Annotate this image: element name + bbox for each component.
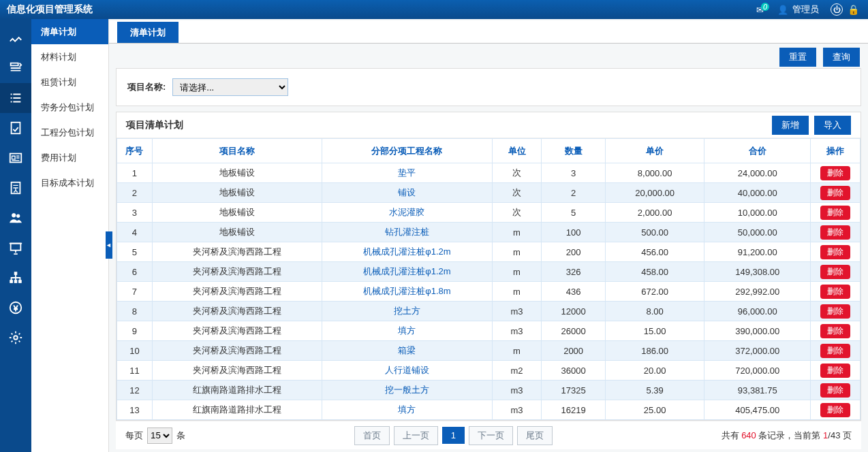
tab-strip: 清单计划 [109,20,868,44]
page-last[interactable]: 尾页 [517,426,553,445]
cell: 100 [542,223,606,242]
rail-doc-arrow-icon[interactable] [0,173,31,203]
subnav-item[interactable]: 费用计划 [31,145,108,170]
mail-badge: 0 [761,3,769,11]
rail-doc-check-icon[interactable] [0,113,31,143]
rail-users-icon[interactable] [0,203,31,233]
delete-button[interactable]: 删除 [820,225,850,240]
delete-button[interactable]: 删除 [820,383,850,398]
page-next[interactable]: 下一页 [469,426,513,445]
svg-rect-7 [10,280,13,283]
cell: 红旗南路道路排水工程 [152,381,322,400]
delete-button[interactable]: 删除 [820,186,850,200]
table-row: 12红旗南路道路排水工程挖一般土方m3173255.3993,381.75删除 [117,381,861,400]
delete-button[interactable]: 删除 [820,166,850,180]
cell: 夹河桥及滨海西路工程 [152,341,322,361]
rail-yen-icon[interactable]: ¥ [0,293,31,323]
cell[interactable]: 钻孔灌注桩 [322,223,492,242]
lock-icon[interactable]: 🔒 [847,3,859,16]
import-button[interactable]: 导入 [814,116,851,135]
svg-point-4 [16,214,20,218]
cell: m2 [492,361,542,381]
delete-button[interactable]: 删除 [820,245,850,259]
page-first[interactable]: 首页 [354,426,390,445]
delete-button[interactable]: 删除 [820,364,850,378]
cell[interactable]: 挖土方 [322,302,492,321]
mail-icon[interactable]: ✉0 [756,5,769,15]
table-row: 4地板铺设钻孔灌注桩m100500.0050,000.00删除 [117,223,861,242]
cell: 次 [492,163,542,183]
project-name-select[interactable]: 请选择... [172,78,288,96]
user-icon[interactable]: 👤 [777,5,788,15]
page-prev[interactable]: 上一页 [394,426,438,445]
cell[interactable]: 机械成孔灌注桩φ1.2m [322,262,492,282]
delete-button[interactable]: 删除 [820,304,850,319]
cell: m [492,223,542,242]
table-row: 3地板铺设水泥灌胶次52,000.0010,000.00删除 [117,203,861,223]
power-icon[interactable]: ⏻ [831,3,843,16]
rail-presentation-icon[interactable] [0,233,31,263]
table-row: 8夹河桥及滨海西路工程挖土方m3120008.0096,000.00删除 [117,302,861,321]
rail-dashboard-icon[interactable] [0,23,31,53]
cell: 292,992.00 [704,282,811,302]
cell[interactable]: 机械成孔灌注桩φ1.2m [322,242,492,262]
table-row: 6夹河桥及滨海西路工程机械成孔灌注桩φ1.2mm326458.00149,308… [117,262,861,282]
delete-button[interactable]: 删除 [820,324,850,338]
cell: 夹河桥及滨海西路工程 [152,282,322,302]
delete-button[interactable]: 删除 [820,265,850,279]
rail-edit-icon[interactable] [0,53,31,83]
page-current[interactable]: 1 [442,427,465,444]
cell: m [492,242,542,262]
cell: 186.00 [605,341,704,361]
cell: 720,000.00 [704,361,811,381]
subnav-item[interactable]: 目标成本计划 [31,170,108,195]
cell: 5 [542,203,606,223]
tab-active[interactable]: 清单计划 [117,22,179,43]
rail-gear-icon[interactable] [0,323,31,353]
col-header: 数量 [542,139,606,163]
rail-news-icon[interactable] [0,143,31,173]
cell: m [492,282,542,302]
cell[interactable]: 水泥灌胶 [322,203,492,223]
add-button[interactable]: 新增 [772,116,809,135]
delete-button[interactable]: 删除 [820,206,850,220]
query-button[interactable]: 查询 [823,48,860,67]
cell[interactable]: 挖一般土方 [322,381,492,400]
cell[interactable]: 填方 [322,321,492,341]
delete-button[interactable]: 删除 [820,403,850,417]
subnav-item[interactable]: 清单计划 [31,19,108,44]
cell: 8 [117,302,153,321]
user-label[interactable]: 管理员 [792,3,819,16]
cell[interactable]: 铺设 [322,183,492,203]
pager: 每页 15 条 首页 上一页 1 下一页 尾页 共有 640 条记录，当前第 1… [116,421,861,449]
cell[interactable]: 人行道铺设 [322,361,492,381]
cell[interactable]: 箱梁 [322,341,492,361]
per-page-select[interactable]: 15 [147,427,172,444]
subnav-item[interactable]: 工程分包计划 [31,120,108,145]
pager-summary: 共有 640 条记录，当前第 1/43 页 [722,430,852,442]
table-row: 13红旗南路道路排水工程填方m31621925.00405,475.00删除 [117,400,861,420]
cell: 26000 [542,321,606,341]
cell[interactable]: 机械成孔灌注桩φ1.8m [322,282,492,302]
subnav-item[interactable]: 租赁计划 [31,69,108,95]
collapse-handle[interactable] [106,231,112,259]
cell: 3 [542,163,606,183]
cell: m [492,262,542,282]
rail-list-icon[interactable] [0,83,31,113]
cell-actions: 删除 [811,163,861,183]
cell: 8.00 [605,302,704,321]
cell[interactable]: 垫平 [322,163,492,183]
subnav-item[interactable]: 材料计划 [31,44,108,69]
cell: 91,200.00 [704,242,811,262]
cell[interactable]: 填方 [322,400,492,420]
cell: 458.00 [605,262,704,282]
cell: 93,381.75 [704,381,811,400]
reset-button[interactable]: 重置 [779,48,816,67]
subnav-item[interactable]: 劳务分包计划 [31,95,108,120]
delete-button[interactable]: 删除 [820,285,850,299]
app-title: 信息化项目管理系统 [7,3,93,16]
svg-rect-6 [14,272,17,275]
delete-button[interactable]: 删除 [820,344,850,358]
rail-org-icon[interactable] [0,263,31,293]
svg-point-3 [12,214,16,218]
